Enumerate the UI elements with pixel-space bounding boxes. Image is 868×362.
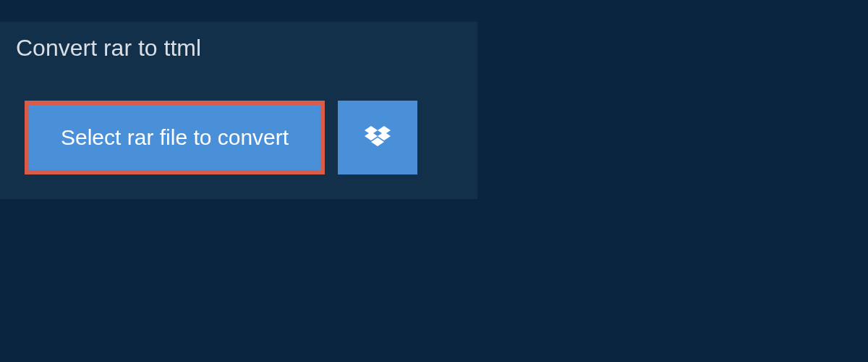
- dropbox-icon: [365, 126, 391, 149]
- converter-panel: Convert rar to ttml Select rar file to c…: [0, 22, 477, 199]
- select-file-label: Select rar file to convert: [61, 125, 289, 150]
- action-row: Select rar file to convert: [0, 80, 477, 199]
- dropbox-button[interactable]: [338, 101, 417, 174]
- page-title: Convert rar to ttml: [16, 35, 201, 61]
- page-title-tab: Convert rar to ttml: [0, 22, 223, 75]
- select-file-button[interactable]: Select rar file to convert: [25, 101, 325, 174]
